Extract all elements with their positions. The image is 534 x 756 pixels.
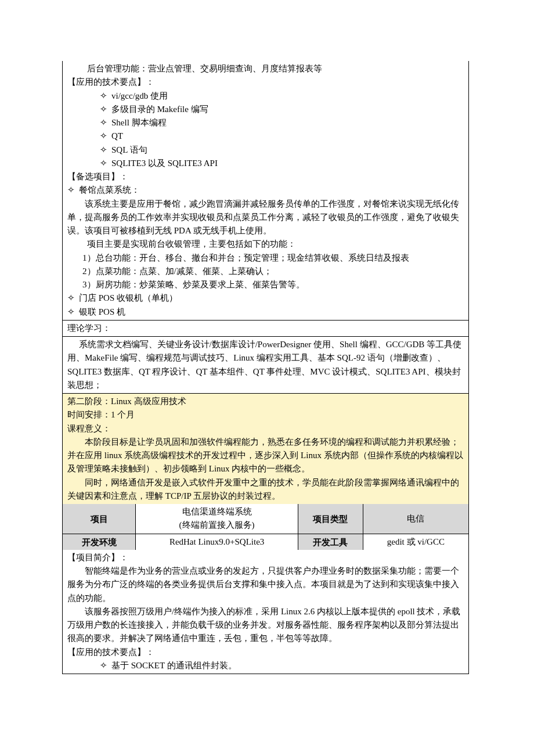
diamond-icon: ✧ bbox=[100, 659, 111, 672]
diamond-icon: ✧ bbox=[67, 183, 79, 197]
phase2-p2: 同时，网络通信开发是嵌入式软件开发重中之重的技术，学员能在此阶段需掌握网络通讯编… bbox=[63, 476, 468, 503]
project-name-l1: 电信渠道终端系统 bbox=[138, 505, 295, 519]
tech-item-text: vi/gcc/gdb 使用 bbox=[111, 89, 168, 103]
th-env: 开发环境 bbox=[63, 534, 136, 550]
project-name-l2: (终端前置接入服务) bbox=[138, 519, 295, 532]
project-table: 项目 电信渠道终端系统 (终端前置接入服务) 项目类型 电信 开发环境 RedH… bbox=[63, 504, 468, 550]
alt-project-3: ✧ 银联 POS 机 bbox=[63, 305, 468, 319]
tech-item: ✧ SQLITE3 以及 SQLITE3 API bbox=[63, 157, 468, 170]
tech-item-text: QT bbox=[111, 129, 123, 143]
alt-project-3-text: 银联 POS 机 bbox=[79, 305, 125, 319]
theory-body: 系统需求文档编写、关键业务设计/数据库设计/PowerDesigner 使用、S… bbox=[63, 338, 468, 392]
tech-item: ✧ 基于 SOCKET 的通讯组件封装。 bbox=[63, 659, 468, 672]
td-type: 电信 bbox=[363, 504, 468, 534]
alt-project-1-item: 3）厨房功能：炒菜策略、炒菜及要求上菜、催菜告警等。 bbox=[63, 278, 468, 291]
document-outer: 后台管理功能：营业点管理、交易明细查询、月度结算报表等 【应用的技术要点】： ✧… bbox=[62, 61, 469, 674]
th-type: 项目类型 bbox=[298, 504, 363, 534]
td-env: RedHat Linux9.0+SQLite3 bbox=[136, 534, 298, 550]
td-tool: gedit 或 vi/GCC bbox=[363, 534, 468, 550]
td-project-name: 电信渠道终端系统 (终端前置接入服务) bbox=[136, 504, 298, 534]
alt-project-1-desc2: 项目主要是实现前台收银管理，主要包括如下的功能： bbox=[63, 237, 468, 251]
diamond-icon: ✧ bbox=[100, 143, 111, 157]
tech-item-text: 基于 SOCKET 的通讯组件封装。 bbox=[111, 659, 237, 672]
diamond-icon: ✧ bbox=[67, 291, 79, 305]
tech-item-text: SQLITE3 以及 SQLITE3 API bbox=[111, 157, 218, 170]
theory-heading-row: 理论学习： bbox=[63, 320, 468, 336]
backend-feature-line: 后台管理功能：营业点管理、交易明细查询、月度结算报表等 bbox=[63, 62, 468, 75]
tech-item: ✧ QT bbox=[63, 129, 468, 143]
diamond-icon: ✧ bbox=[100, 103, 111, 116]
alt-project-2-text: 门店 POS 收银机（单机） bbox=[79, 291, 178, 305]
tech-item: ✧ vi/gcc/gdb 使用 bbox=[63, 89, 468, 103]
phase2-time: 时间安排：1 个月 bbox=[63, 408, 468, 422]
alt-projects-heading: 【备选项目】： bbox=[63, 170, 468, 183]
tech-item: ✧ Shell 脚本编程 bbox=[63, 116, 468, 129]
alt-project-1-desc1: 该系统主要是应用于餐馆，减少跑冒滴漏并减轻服务员传单的工作强度，对餐馆来说实现无… bbox=[63, 197, 468, 238]
tech-item: ✧ SQL 语句 bbox=[63, 143, 468, 157]
diamond-icon: ✧ bbox=[67, 305, 79, 319]
alt-project-1-item: 1）总台功能：开台、移台、撤台和并台；预定管理；现金结算收银、系统日结及报表 bbox=[63, 251, 468, 265]
tech-points-heading-2: 【应用的技术要点】： bbox=[63, 646, 468, 659]
diamond-icon: ✧ bbox=[100, 129, 111, 143]
tech-points-heading: 【应用的技术要点】： bbox=[63, 75, 468, 89]
diamond-icon: ✧ bbox=[100, 116, 111, 129]
section-continuation: 后台管理功能：营业点管理、交易明细查询、月度结算报表等 【应用的技术要点】： ✧… bbox=[63, 61, 468, 320]
tech-item-text: SQL 语句 bbox=[111, 143, 147, 157]
phase2-title: 第二阶段：Linux 高级应用技术 bbox=[63, 395, 468, 408]
section-project-intro: 【项目简介】： 智能终端是作为业务的营业点或业务的发起方，只提供客户办理业务时的… bbox=[63, 550, 468, 674]
theory-body-row: 系统需求文档编写、关键业务设计/数据库设计/PowerDesigner 使用、S… bbox=[63, 336, 468, 393]
diamond-icon: ✧ bbox=[100, 89, 111, 103]
alt-project-1: ✧ 餐馆点菜系统： bbox=[63, 183, 468, 197]
phase2-block: 第二阶段：Linux 高级应用技术 时间安排：1 个月 课程意义： 本阶段目标是… bbox=[63, 393, 468, 504]
th-project: 项目 bbox=[63, 504, 136, 534]
project-intro-heading: 【项目简介】： bbox=[63, 551, 468, 564]
alt-project-2: ✧ 门店 POS 收银机（单机） bbox=[63, 291, 468, 305]
tech-item: ✧ 多级目录的 Makefile 编写 bbox=[63, 103, 468, 116]
project-intro-p1: 智能终端是作为业务的营业点或业务的发起方，只提供客户办理业务时的数据采集功能；需… bbox=[63, 564, 468, 605]
project-intro-p2: 该服务器按照万级用户/终端作为接入的标准，采用 Linux 2.6 内核以上版本… bbox=[63, 605, 468, 646]
alt-project-1-title: 餐馆点菜系统： bbox=[79, 183, 140, 197]
tech-item-text: 多级目录的 Makefile 编写 bbox=[111, 103, 208, 116]
diamond-icon: ✧ bbox=[100, 157, 111, 170]
phase2-p1: 本阶段目标是让学员巩固和加强软件编程能力，熟悉在多任务环境的编程和调试能力并积累… bbox=[63, 435, 468, 476]
theory-heading: 理论学习： bbox=[67, 323, 111, 333]
th-tool: 开发工具 bbox=[298, 534, 363, 550]
alt-project-1-item: 2）点菜功能：点菜、加/减菜、催菜、上菜确认； bbox=[63, 265, 468, 278]
phase2-meaning-label: 课程意义： bbox=[63, 422, 468, 435]
tech-item-text: Shell 脚本编程 bbox=[111, 116, 167, 129]
